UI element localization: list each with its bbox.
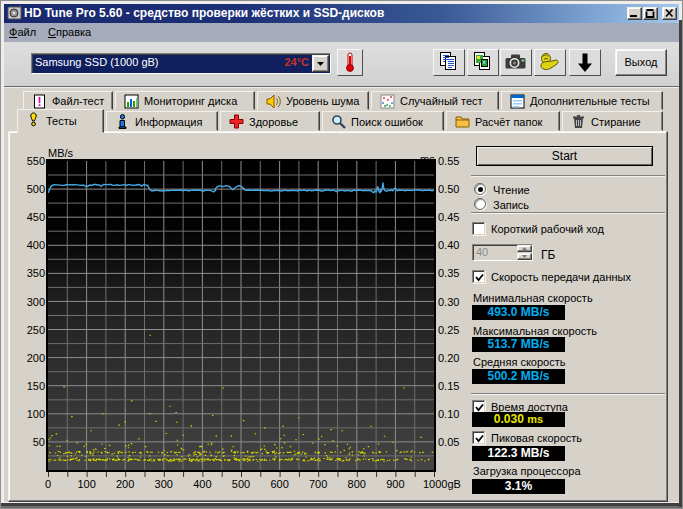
svg-text:!: ! — [38, 95, 42, 109]
